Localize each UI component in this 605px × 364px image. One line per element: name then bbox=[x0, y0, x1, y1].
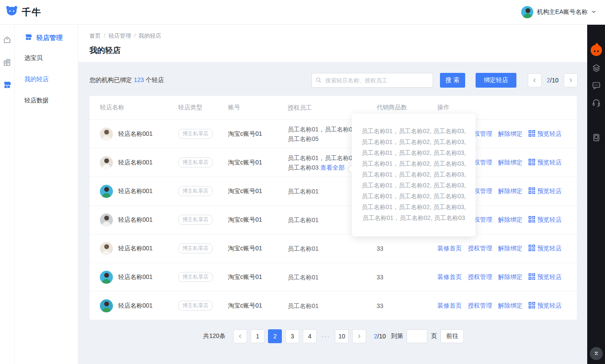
page-button-3[interactable]: 3 bbox=[285, 329, 299, 343]
table-row: 轻店名称001 博主私享店 淘宝c账号01 员工名称01 33 装修首页 授权管… bbox=[89, 234, 577, 262]
sidebar-group-label: 轻店管理 bbox=[36, 34, 63, 42]
storefront-icon bbox=[24, 33, 33, 43]
chat-messages-icon[interactable] bbox=[591, 80, 602, 91]
goto-page-input[interactable] bbox=[407, 329, 427, 343]
col-product-count: 代销商品数 bbox=[377, 104, 437, 111]
preview-store-link[interactable]: 预览轻店 bbox=[529, 216, 562, 224]
store-name: 轻店名称001 bbox=[118, 130, 152, 138]
stores-table: 轻店名称 轻店类型 账号 授权员工 代销商品数 操作 轻店名称001 博主私享店… bbox=[89, 96, 577, 320]
sidebar-item-select-goods[interactable]: 选宝贝 bbox=[24, 54, 78, 62]
employees-line: 员工名称01 bbox=[288, 301, 377, 311]
home-icon[interactable] bbox=[3, 35, 12, 44]
authorize-manage-link[interactable]: 授权管理 bbox=[468, 245, 492, 253]
preview-store-link[interactable]: 预览轻店 bbox=[529, 302, 562, 310]
preview-store-label: 预览轻店 bbox=[537, 273, 562, 281]
preview-store-link[interactable]: 预览轻店 bbox=[529, 130, 562, 138]
table-row: 轻店名称001 博主私享店 淘宝c账号01 员工名称01 33 装修首页 授权管… bbox=[89, 205, 577, 234]
goto-suffix: 页 bbox=[431, 332, 437, 340]
page-button-2-active[interactable]: 2 bbox=[268, 329, 282, 343]
pager-prev-button[interactable] bbox=[528, 73, 542, 87]
preview-store-label: 预览轻店 bbox=[537, 159, 562, 167]
qr-code-icon bbox=[529, 302, 535, 310]
logo-text: 千牛 bbox=[22, 6, 42, 18]
decorate-home-link[interactable]: 装修首页 bbox=[437, 302, 462, 310]
bind-store-button[interactable]: 绑定轻店 bbox=[476, 73, 516, 88]
table-row: 轻店名称001 博主私享店 淘宝c账号01 员工名称01 33 装修首页 授权管… bbox=[89, 291, 577, 320]
page-ratio: 2/10 bbox=[374, 333, 386, 340]
breadcrumb-store-mgmt[interactable]: 轻店管理 bbox=[109, 32, 131, 40]
tooltip-line: 员工名称01，员工名称02, 员工名称03, bbox=[352, 180, 476, 191]
tooltip-line: 员工名称01，员工名称02, 员工名称03, bbox=[352, 148, 476, 158]
tooltip-line: 员工名称01，员工名称02, 员工名称03, bbox=[352, 137, 476, 148]
view-all-link[interactable]: 查看全部 bbox=[320, 164, 344, 171]
qianniu-logo: 千牛 bbox=[5, 5, 42, 20]
decorate-home-link[interactable]: 装修首页 bbox=[437, 273, 462, 281]
account-menu[interactable]: 机构主EA账号名称 bbox=[521, 6, 596, 18]
sidebar-item-store-data[interactable]: 轻店数据 bbox=[24, 97, 78, 105]
store-name: 轻店名称001 bbox=[118, 245, 152, 253]
store-type-tag: 博主私享店 bbox=[178, 272, 213, 282]
preview-store-link[interactable]: 预览轻店 bbox=[529, 245, 562, 253]
table-row: 轻店名称001 博主私享店 淘宝c账号01 员工名称01 33 装修首页 授权管… bbox=[89, 177, 577, 205]
store-name: 轻店名称001 bbox=[118, 159, 152, 167]
breadcrumb-separator: / bbox=[104, 32, 106, 40]
col-employees: 授权员工 bbox=[288, 103, 377, 112]
search-button[interactable]: 搜 索 bbox=[440, 73, 465, 88]
unbind-link[interactable]: 解除绑定 bbox=[498, 245, 522, 253]
page-button-1[interactable]: 1 bbox=[251, 329, 264, 343]
headset-support-icon[interactable] bbox=[591, 98, 602, 108]
table-row: 轻店名称001 博主私享店 淘宝c账号01 员工名称01，员工名称02员工名称0… bbox=[89, 148, 577, 177]
unbind-link[interactable]: 解除绑定 bbox=[498, 216, 522, 224]
breadcrumb-home[interactable]: 首页 bbox=[89, 32, 101, 40]
account-name: 淘宝c账号01 bbox=[228, 245, 288, 253]
page-next-button[interactable] bbox=[352, 329, 366, 343]
account-name: 淘宝c账号01 bbox=[228, 302, 288, 310]
store-type-tag: 博主私享店 bbox=[178, 215, 213, 225]
preview-store-link[interactable]: 预览轻店 bbox=[529, 159, 562, 167]
authorize-manage-link[interactable]: 授权管理 bbox=[468, 302, 492, 310]
unbind-link[interactable]: 解除绑定 bbox=[498, 187, 522, 195]
account-avatar bbox=[521, 6, 533, 18]
unbind-link[interactable]: 解除绑定 bbox=[498, 130, 522, 138]
layers-icon[interactable] bbox=[591, 63, 602, 73]
sidebar-group-store-mgmt[interactable]: 轻店管理 bbox=[24, 33, 78, 43]
search-icon bbox=[315, 77, 322, 85]
mobile-device-icon[interactable] bbox=[591, 132, 602, 143]
page-button-4[interactable]: 4 bbox=[303, 329, 317, 343]
page-prev-button[interactable] bbox=[233, 329, 247, 343]
go-button[interactable]: 前往 bbox=[440, 329, 464, 343]
store-name: 轻店名称001 bbox=[118, 187, 152, 195]
store-icon[interactable] bbox=[3, 80, 12, 89]
store-name: 轻店名称001 bbox=[118, 302, 152, 310]
preview-store-link[interactable]: 预览轻店 bbox=[529, 187, 562, 195]
qr-code-icon bbox=[529, 245, 535, 253]
unbind-link[interactable]: 解除绑定 bbox=[498, 273, 522, 281]
store-type-tag: 博主私享店 bbox=[178, 243, 213, 253]
table-row: 轻店名称001 博主私享店 淘宝c账号01 员工名称01，员工名称02，员工名称… bbox=[89, 119, 577, 148]
table-header-row: 轻店名称 轻店类型 账号 授权员工 代销商品数 操作 bbox=[89, 96, 577, 119]
back-to-top-button[interactable] bbox=[590, 347, 603, 360]
pager-total: /10 bbox=[550, 77, 559, 84]
qr-code-icon bbox=[529, 130, 535, 138]
unbind-link[interactable]: 解除绑定 bbox=[498, 302, 522, 310]
employees-line: 员工名称01 bbox=[288, 272, 377, 282]
store-type-tag: 博主私享店 bbox=[178, 129, 213, 139]
page-button-10[interactable]: 10 bbox=[335, 329, 349, 343]
preview-store-link[interactable]: 预览轻店 bbox=[529, 273, 562, 281]
sidebar: 轻店管理 选宝贝 我的轻店 轻店数据 bbox=[15, 25, 78, 364]
organization-icon[interactable] bbox=[3, 58, 12, 67]
store-name: 轻店名称001 bbox=[118, 273, 152, 281]
top-pager: 2/10 bbox=[528, 73, 578, 87]
unbind-link[interactable]: 解除绑定 bbox=[498, 159, 522, 167]
search-input[interactable] bbox=[311, 73, 433, 88]
store-avatar bbox=[100, 299, 113, 312]
pager-next-button[interactable] bbox=[564, 73, 578, 87]
store-avatar bbox=[100, 185, 113, 198]
qr-code-icon bbox=[529, 159, 535, 167]
col-account: 账号 bbox=[228, 104, 288, 111]
assistant-mascot-icon[interactable] bbox=[591, 45, 602, 56]
decorate-home-link[interactable]: 装修首页 bbox=[437, 245, 462, 253]
page-title: 我的轻店 bbox=[89, 45, 587, 56]
authorize-manage-link[interactable]: 授权管理 bbox=[468, 273, 492, 281]
sidebar-item-my-stores[interactable]: 我的轻店 bbox=[24, 75, 78, 83]
